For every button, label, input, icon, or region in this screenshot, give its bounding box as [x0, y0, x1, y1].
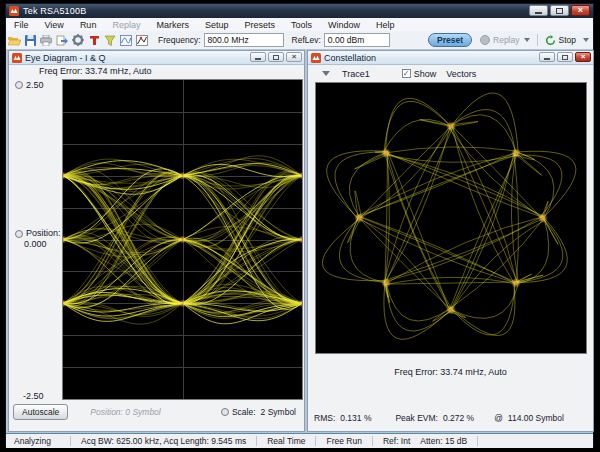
menu-replay: Replay [104, 20, 148, 30]
stop-dropdown-arrow[interactable] [583, 38, 589, 42]
rms-value: 0.131 % [340, 413, 371, 423]
peak-evm-label: Peak EVM: [395, 413, 438, 423]
status-trigger: Free Run [316, 436, 371, 446]
eye-position-value[interactable]: 0.000 [24, 239, 61, 250]
constellation-restore-button[interactable] [557, 52, 573, 62]
eye-y-min: -2.50 [23, 391, 44, 401]
autoscale-button[interactable]: Autoscale [13, 404, 68, 420]
markers-setup-icon[interactable] [135, 34, 149, 47]
settings-gear-icon[interactable] [71, 34, 85, 47]
eye-bottom-position: Position: 0 Symbol [90, 407, 160, 417]
vectors-button[interactable]: Vectors [446, 69, 476, 79]
replay-icon [480, 35, 490, 45]
menu-file[interactable]: File [6, 20, 37, 30]
eye-titlebar: Eye Diagram - I & Q × [9, 51, 304, 65]
frequency-label: Frequency: [158, 35, 201, 45]
close-icon: × [578, 6, 583, 15]
stop-label: Stop [559, 35, 577, 45]
constellation-stats: RMS: 0.131 % Peak EVM: 0.272 % @ 114.00 … [308, 413, 593, 423]
window-title: Tek RSA5100B [23, 6, 86, 16]
constellation-title: Constellation [324, 53, 376, 63]
toolbar-divider [537, 34, 538, 46]
eye-y-max: 2.50 [26, 80, 44, 90]
eye-title: Eye Diagram - I & Q [25, 53, 106, 63]
constellation-window: Constellation × Trace1 ✓ Show Vectors [307, 50, 594, 432]
replay-dropdown-arrow[interactable] [524, 38, 530, 42]
preset-button[interactable]: Preset [428, 33, 472, 47]
status-divider [477, 436, 478, 446]
eye-restore-button[interactable] [268, 52, 284, 62]
peak-evm-value: 0.272 % [443, 413, 474, 423]
status-acquisition: Acq BW: 625.00 kHz, Acq Length: 9.545 ms [71, 436, 256, 446]
constellation-plot[interactable] [315, 82, 587, 354]
constellation-titlebar: Constellation × [308, 51, 593, 65]
scale-spinner-icon[interactable] [221, 408, 229, 416]
close-icon: × [292, 53, 297, 61]
scale-spinner-icon[interactable] [15, 81, 23, 89]
print-icon[interactable] [39, 34, 53, 47]
screen: Tek RSA5100B × File View Run Replay Mark… [0, 0, 600, 452]
rms-label: RMS: [314, 413, 335, 423]
menu-markers[interactable]: Markers [148, 20, 197, 30]
menu-window[interactable]: Window [320, 20, 368, 30]
maximize-button[interactable] [550, 5, 569, 16]
trace-selector[interactable]: Trace1 [342, 69, 370, 79]
menu-view[interactable]: View [37, 20, 72, 30]
status-mode: Real Time [257, 436, 315, 446]
maximize-icon [556, 8, 563, 14]
constellation-minimize-button[interactable] [539, 52, 555, 62]
minimize-icon [255, 58, 261, 60]
export-icon[interactable] [55, 34, 69, 47]
reflev-input[interactable]: 0.00 dBm [324, 33, 390, 47]
menu-tools[interactable]: Tools [283, 20, 320, 30]
menu-setup[interactable]: Setup [197, 20, 237, 30]
minimize-button[interactable] [529, 5, 548, 16]
status-attenuation: Atten: 15 dB [420, 436, 477, 446]
at-symbol-label: @ [494, 413, 503, 423]
show-checkbox[interactable]: ✓ [402, 69, 411, 78]
menu-help[interactable]: Help [368, 20, 403, 30]
close-button[interactable]: × [571, 5, 590, 16]
at-symbol-value: 114.00 Symbol [508, 413, 564, 423]
eye-scale-value[interactable]: 2 Symbol [261, 407, 296, 417]
text-marker-icon[interactable] [87, 34, 101, 47]
close-icon: × [581, 53, 586, 61]
show-label: Show [414, 69, 437, 79]
eye-bottom-bar: Autoscale Position: 0 Symbol Scale: 2 Sy… [9, 404, 304, 420]
open-file-icon[interactable] [7, 34, 21, 47]
tek-app-icon [9, 6, 19, 16]
eye-diagram-plot[interactable] [62, 79, 303, 400]
eye-freq-error: Freq Error: 33.74 mHz, Auto [39, 66, 152, 76]
constellation-freq-error: Freq Error: 33.74 mHz, Auto [308, 367, 593, 377]
eye-scale-label: Scale: [232, 407, 256, 417]
restore-icon [562, 55, 568, 60]
menu-run[interactable]: Run [72, 20, 105, 30]
constellation-controls: Trace1 ✓ Show Vectors [308, 66, 593, 81]
toolbar: Frequency: 800.0 MHz RefLev: 0.00 dBm Pr… [6, 31, 593, 50]
save-icon[interactable] [23, 34, 37, 47]
frequency-input[interactable]: 800.0 MHz [204, 33, 284, 47]
status-reference: Ref: Int [373, 436, 420, 446]
eye-minimize-button[interactable] [250, 52, 266, 62]
position-spinner-icon[interactable] [15, 230, 23, 238]
app-window: Tek RSA5100B × File View Run Replay Mark… [5, 3, 594, 447]
reflev-label: RefLev: [292, 35, 321, 45]
minimize-icon [535, 12, 542, 14]
workspace: Eye Diagram - I & Q × Freq Error: 33.74 … [6, 49, 593, 434]
status-bar: Analyzing Acq BW: 625.00 kHz, Acq Length… [6, 434, 593, 448]
replay-button: Replay [480, 35, 519, 45]
stop-button[interactable]: Stop [545, 35, 577, 46]
trigger-icon[interactable] [103, 34, 117, 47]
eye-diagram-canvas [63, 80, 302, 399]
trace-dropdown-icon[interactable] [322, 71, 330, 76]
minimize-icon [544, 58, 550, 60]
eye-diagram-window: Eye Diagram - I & Q × Freq Error: 33.74 … [8, 50, 305, 432]
main-titlebar: Tek RSA5100B × [6, 4, 593, 18]
displays-icon[interactable] [119, 34, 133, 47]
constellation-close-button[interactable]: × [575, 52, 591, 62]
menu-bar: File View Run Replay Markers Setup Prese… [6, 18, 593, 31]
eye-close-button[interactable]: × [286, 52, 302, 62]
status-state: Analyzing [6, 436, 70, 446]
menu-presets[interactable]: Presets [236, 20, 283, 30]
tek-panel-icon [311, 53, 321, 63]
